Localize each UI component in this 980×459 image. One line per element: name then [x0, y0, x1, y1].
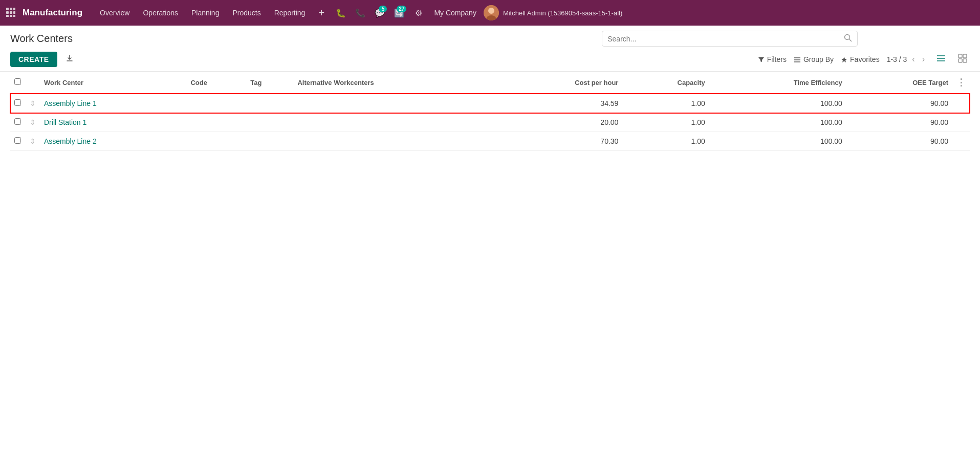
- app-name: Manufacturing: [23, 8, 82, 18]
- download-icon[interactable]: [62, 52, 77, 67]
- groupby-button[interactable]: Group By: [794, 55, 834, 63]
- row-capacity: 1.00: [622, 94, 709, 113]
- table-row[interactable]: ⇕ Drill Station 1 20.00 1.00 100.00 90.0…: [10, 113, 970, 132]
- updates-icon-btn[interactable]: 🔄 27: [391, 5, 407, 21]
- page-header-row: Work Centers: [0, 26, 980, 49]
- search-input[interactable]: [607, 35, 844, 43]
- row-code: [186, 113, 246, 132]
- drag-handle-icon[interactable]: ⇕: [30, 118, 36, 126]
- column-options-icon[interactable]: ⋮: [956, 77, 966, 88]
- row-drag-handle[interactable]: ⇕: [26, 132, 40, 151]
- svg-rect-24: [963, 59, 967, 62]
- table-wrap: Work Center Code Tag Alternative Workcen…: [0, 72, 980, 151]
- search-box: [602, 31, 858, 47]
- svg-rect-1: [10, 8, 12, 10]
- col-select-all[interactable]: [10, 72, 26, 94]
- col-work-center: Work Center: [40, 72, 186, 94]
- row-menu-cell: [952, 132, 970, 151]
- svg-rect-5: [13, 11, 15, 14]
- work-centers-table: Work Center Code Tag Alternative Workcen…: [10, 72, 970, 151]
- add-icon-btn[interactable]: +: [313, 5, 330, 21]
- work-center-link[interactable]: Assembly Line 2: [44, 137, 97, 145]
- filters-button[interactable]: Filters: [758, 55, 787, 63]
- user-avatar: [484, 5, 499, 20]
- kanban-view-button[interactable]: [955, 52, 970, 67]
- row-time-efficiency: 100.00: [709, 132, 846, 151]
- nav-reporting[interactable]: Reporting: [269, 6, 311, 20]
- svg-line-13: [850, 39, 852, 42]
- svg-rect-3: [6, 11, 9, 14]
- create-button[interactable]: CREATE: [10, 52, 57, 67]
- row-oee-target: 90.00: [846, 132, 952, 151]
- phone-icon-btn[interactable]: 📞: [352, 5, 368, 21]
- user-name: Mitchell Admin (15369054-saas-15-1-all): [503, 9, 622, 17]
- row-cost: 34.59: [497, 94, 622, 113]
- chat-icon-btn[interactable]: 💬 5: [372, 5, 388, 21]
- row-name[interactable]: Assembly Line 1: [40, 94, 186, 113]
- row-cost: 20.00: [497, 113, 622, 132]
- nav-operations[interactable]: Operations: [138, 6, 183, 20]
- svg-rect-0: [6, 8, 9, 10]
- svg-point-10: [488, 8, 494, 14]
- nav-overview[interactable]: Overview: [95, 6, 135, 20]
- svg-marker-17: [841, 57, 847, 62]
- favorites-button[interactable]: Favorites: [841, 55, 880, 63]
- row-checkbox-cell[interactable]: [10, 94, 26, 113]
- prev-page-button[interactable]: ‹: [910, 54, 917, 65]
- col-menu-header[interactable]: ⋮: [952, 72, 970, 94]
- row-alternative: [293, 94, 497, 113]
- settings-icon-btn[interactable]: ⚙: [410, 5, 427, 21]
- row-oee-target: 90.00: [846, 94, 952, 113]
- drag-handle-icon[interactable]: ⇕: [30, 99, 36, 107]
- svg-rect-4: [10, 11, 12, 14]
- search-container: [490, 31, 970, 47]
- content-area: Work Centers CREATE: [0, 26, 980, 459]
- grid-icon[interactable]: [6, 8, 15, 18]
- row-menu-cell: [952, 113, 970, 132]
- bug-icon-btn[interactable]: 🐛: [333, 5, 349, 21]
- row-drag-handle[interactable]: ⇕: [26, 113, 40, 132]
- row-checkbox[interactable]: [14, 137, 21, 144]
- company-name[interactable]: My Company: [434, 9, 476, 17]
- row-capacity: 1.00: [622, 113, 709, 132]
- select-all-checkbox[interactable]: [14, 78, 21, 85]
- row-checkbox-cell[interactable]: [10, 132, 26, 151]
- row-menu-cell: [952, 94, 970, 113]
- toolbar-right: Filters Group By Favorites 1-3 / 3 ‹ ›: [758, 52, 970, 67]
- svg-rect-21: [959, 54, 962, 58]
- row-time-efficiency: 100.00: [709, 94, 846, 113]
- row-code: [186, 132, 246, 151]
- chat-badge: 5: [379, 6, 387, 12]
- svg-rect-8: [13, 15, 15, 17]
- nav-planning[interactable]: Planning: [186, 6, 225, 20]
- row-time-efficiency: 100.00: [709, 113, 846, 132]
- row-drag-handle[interactable]: ⇕: [26, 94, 40, 113]
- table-row[interactable]: ⇕ Assembly Line 1 34.59 1.00 100.00 90.0…: [10, 94, 970, 113]
- col-time-efficiency: Time Efficiency: [709, 72, 846, 94]
- next-page-button[interactable]: ›: [920, 54, 927, 65]
- svg-rect-6: [6, 15, 9, 17]
- drag-handle-icon[interactable]: ⇕: [30, 137, 36, 145]
- row-checkbox-cell[interactable]: [10, 113, 26, 132]
- nav-products[interactable]: Products: [227, 6, 266, 20]
- table-row[interactable]: ⇕ Assembly Line 2 70.30 1.00 100.00 90.0…: [10, 132, 970, 151]
- col-alternative: Alternative Workcenters: [293, 72, 497, 94]
- pagination: 1-3 / 3 ‹ ›: [887, 54, 927, 65]
- row-checkbox[interactable]: [14, 99, 21, 106]
- col-capacity: Capacity: [622, 72, 709, 94]
- row-alternative: [293, 132, 497, 151]
- svg-rect-7: [10, 15, 12, 17]
- work-center-link[interactable]: Assembly Line 1: [44, 99, 97, 107]
- row-name[interactable]: Assembly Line 2: [40, 132, 186, 151]
- row-alternative: [293, 113, 497, 132]
- search-icon[interactable]: [844, 34, 852, 43]
- col-code: Code: [186, 72, 246, 94]
- user-menu[interactable]: Mitchell Admin (15369054-saas-15-1-all): [484, 5, 622, 20]
- list-view-button[interactable]: [934, 52, 948, 67]
- work-center-link[interactable]: Drill Station 1: [44, 118, 86, 126]
- col-cost: Cost per hour: [497, 72, 622, 94]
- row-cost: 70.30: [497, 132, 622, 151]
- row-checkbox[interactable]: [14, 118, 21, 125]
- row-name[interactable]: Drill Station 1: [40, 113, 186, 132]
- svg-rect-2: [13, 8, 15, 10]
